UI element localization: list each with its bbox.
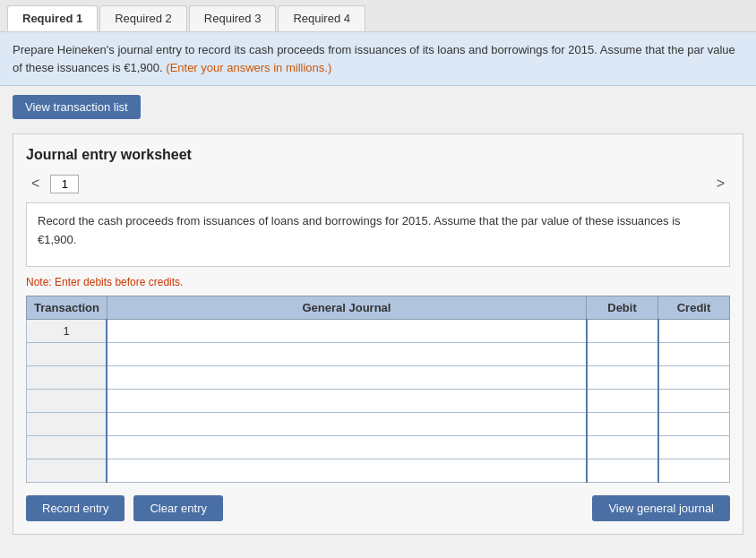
debit-cell[interactable] [587, 320, 658, 343]
col-header-transaction: Transaction [27, 296, 107, 320]
general-journal-input[interactable] [111, 416, 581, 432]
tab-required4[interactable]: Required 4 [278, 5, 365, 31]
row-number-cell [27, 390, 107, 413]
debit-input[interactable] [591, 440, 654, 455]
debit-cell[interactable] [587, 413, 658, 436]
prev-page-button[interactable]: < [26, 174, 45, 193]
tab-required3[interactable]: Required 3 [189, 5, 277, 31]
debit-input[interactable] [591, 463, 654, 478]
credit-cell[interactable] [658, 390, 730, 413]
credit-cell[interactable] [658, 459, 730, 483]
row-number-cell [27, 343, 107, 366]
debit-cell[interactable] [587, 366, 658, 390]
credit-cell[interactable] [658, 366, 730, 390]
credit-input[interactable] [663, 463, 726, 478]
clear-entry-button[interactable]: Clear entry [133, 495, 223, 521]
page-number-input[interactable] [50, 175, 79, 193]
table-row [27, 366, 730, 390]
next-page-button[interactable]: > [711, 174, 730, 193]
nav-left: < [26, 174, 79, 193]
view-transaction-bar: View transaction list [0, 86, 756, 128]
general-journal-cell[interactable] [107, 459, 586, 483]
credit-input[interactable] [663, 370, 726, 385]
instructions-bar: Prepare Heineken's journal entry to reco… [0, 32, 756, 86]
table-row [27, 390, 730, 413]
col-header-general: General Journal [107, 296, 586, 320]
row-number-cell [27, 459, 107, 483]
action-row: Record entry Clear entry View general jo… [26, 495, 730, 521]
col-header-credit: Credit [658, 296, 730, 320]
journal-table: Transaction General Journal Debit Credit… [26, 296, 730, 483]
tab-required1[interactable]: Required 1 [7, 5, 98, 31]
general-journal-input[interactable] [111, 323, 581, 339]
view-transaction-button[interactable]: View transaction list [13, 95, 141, 119]
general-journal-input[interactable] [111, 463, 581, 478]
debit-input[interactable] [591, 393, 654, 408]
credit-input[interactable] [663, 393, 726, 408]
row-number-cell [27, 413, 107, 436]
row-number-cell [27, 366, 107, 390]
debit-cell[interactable] [587, 459, 658, 483]
debit-cell[interactable] [587, 436, 658, 459]
debit-input[interactable] [591, 370, 654, 385]
general-journal-cell[interactable] [107, 343, 586, 366]
credit-input[interactable] [663, 323, 726, 339]
row-number-cell: 1 [27, 320, 107, 343]
table-row: 1 [27, 320, 730, 343]
instructions-main: Prepare Heineken's journal entry to reco… [13, 43, 735, 74]
debit-input[interactable] [591, 323, 654, 339]
col-header-debit: Debit [587, 296, 658, 320]
general-journal-cell[interactable] [107, 413, 586, 436]
panel-title: Journal entry worksheet [26, 147, 730, 163]
general-journal-input[interactable] [111, 347, 581, 362]
general-journal-cell[interactable] [107, 390, 586, 413]
row-number-cell [27, 436, 107, 459]
general-journal-cell[interactable] [107, 436, 586, 459]
credit-cell[interactable] [658, 436, 730, 459]
bottom-nav: < Required 1 Required 2 > [0, 547, 756, 558]
general-journal-cell[interactable] [107, 320, 586, 343]
credit-cell[interactable] [658, 320, 730, 343]
instructions-note: (Enter your answers in millions.) [166, 61, 331, 74]
credit-cell[interactable] [658, 343, 730, 366]
debit-cell[interactable] [587, 390, 658, 413]
table-row [27, 436, 730, 459]
general-journal-input[interactable] [111, 370, 581, 385]
debit-input[interactable] [591, 347, 654, 362]
table-row [27, 343, 730, 366]
credit-input[interactable] [663, 347, 726, 362]
main-panel: Journal entry worksheet < > Record the c… [13, 133, 743, 535]
tabs-bar: Required 1 Required 2 Required 3 Require… [0, 0, 756, 32]
general-journal-input[interactable] [111, 440, 581, 455]
credit-input[interactable] [663, 440, 726, 455]
debit-input[interactable] [591, 416, 654, 432]
general-journal-input[interactable] [111, 393, 581, 408]
table-row [27, 413, 730, 436]
note-text: Note: Enter debits before credits. [26, 276, 730, 288]
credit-cell[interactable] [658, 413, 730, 436]
nav-row: < > [26, 174, 730, 193]
debit-cell[interactable] [587, 343, 658, 366]
tab-required2[interactable]: Required 2 [99, 5, 187, 31]
record-entry-button[interactable]: Record entry [26, 495, 125, 521]
view-general-journal-button[interactable]: View general journal [592, 495, 730, 521]
credit-input[interactable] [663, 416, 726, 432]
general-journal-cell[interactable] [107, 366, 586, 390]
table-row [27, 459, 730, 483]
description-box: Record the cash proceeds from issuances … [26, 202, 730, 267]
